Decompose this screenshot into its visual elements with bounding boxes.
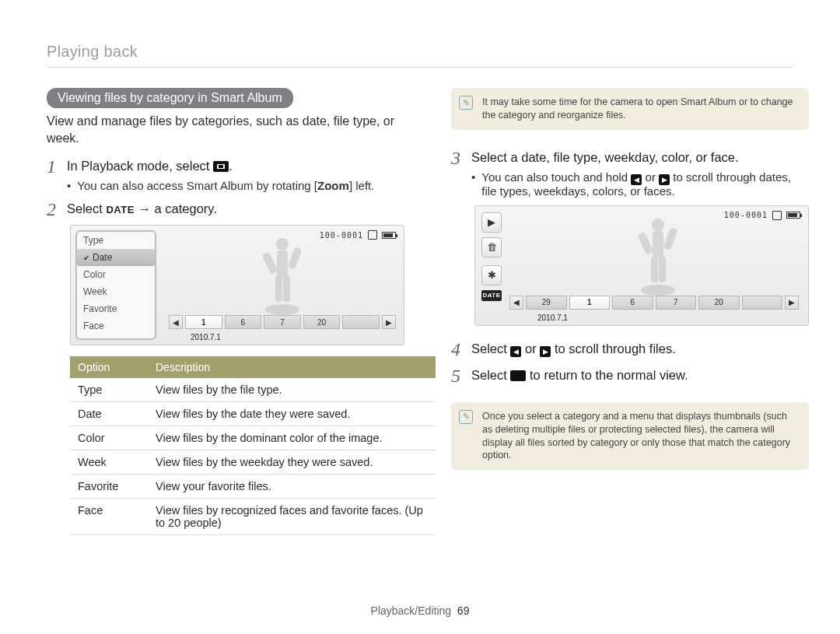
step-text: Select ◀ or ▶ to scroll through files. (471, 340, 676, 357)
text: You can also touch and hold ◀ or ▶ to sc… (481, 170, 809, 198)
text: Select (67, 201, 106, 215)
step-text: Select a date, file type, weekday, color… (471, 149, 739, 166)
step-number: 3 (451, 149, 464, 167)
svg-point-13 (641, 285, 675, 296)
file-counter: 100-0001 (320, 231, 363, 240)
step-5: 5 Select to return to the normal view. (451, 366, 809, 385)
left-arrow-icon: ◀ (631, 174, 642, 185)
step-text: In Playback mode, select . (67, 157, 233, 174)
step-1: 1 In Playback mode, select . (47, 157, 404, 176)
battery-icon (786, 212, 800, 219)
timeline-cell: 7 (656, 296, 697, 310)
timeline-prev-icon: ◀ (169, 315, 183, 329)
text: to return to the normal view. (526, 368, 688, 382)
table-row: WeekView files by the weekday they were … (70, 450, 436, 475)
date-badge-icon: DATE (481, 290, 502, 301)
right-arrow-icon: ▶ (540, 346, 551, 357)
text: Select (471, 368, 510, 382)
section-intro: View and manage files by categories, suc… (47, 113, 404, 146)
menu-item-date: Date (77, 249, 155, 266)
svg-rect-11 (651, 256, 658, 282)
svg-rect-3 (288, 247, 303, 270)
table-row: ColorView files by the dominant color of… (70, 426, 436, 450)
timeline-cell: 20 (698, 296, 740, 310)
timeline-cell: 7 (264, 315, 301, 329)
svg-rect-4 (275, 275, 282, 302)
th-option: Option (70, 356, 148, 378)
timeline: ◀ 29 1 6 7 20 ▶ (509, 296, 799, 310)
page-footer: Playback/Editing 69 (0, 604, 840, 617)
note-box-1: ✎ It may take some time for the camera t… (451, 88, 809, 130)
left-icon-group-bottom: ✱ DATE (481, 265, 502, 301)
step-text: Select DATE → a category. (67, 200, 217, 217)
screenshot-browse: ▶ 🗑 ✱ DATE 100-0001 (474, 205, 809, 326)
svg-rect-12 (659, 256, 666, 282)
timeline-cell: 6 (225, 315, 262, 329)
menu-item-week: Week (77, 283, 155, 300)
card-icon (772, 211, 782, 220)
options-table: Option Description TypeView files by the… (70, 356, 436, 535)
arrow-icon: → (135, 201, 155, 215)
note-text: It may take some time for the camera to … (482, 96, 793, 121)
step-3: 3 Select a date, file type, weekday, col… (451, 149, 809, 167)
card-icon (368, 230, 377, 240)
step-number: 5 (451, 366, 464, 385)
step-1-sub: You can also access Smart Album by rotat… (67, 179, 404, 192)
table-row: FaceView files by recognized faces and f… (70, 499, 436, 535)
svg-point-7 (652, 219, 664, 231)
category-menu: Type Date Color Week Favorite Face (75, 230, 156, 340)
text: or (521, 342, 540, 356)
menu-icon: ✱ (481, 265, 502, 285)
file-counter: 100-0001 (724, 211, 768, 219)
person-silhouette-icon (631, 214, 685, 299)
menu-item-face: Face (77, 317, 155, 335)
step-2: 2 Select DATE → a category. (47, 200, 404, 219)
svg-rect-9 (638, 232, 654, 255)
svg-rect-10 (663, 227, 678, 250)
svg-rect-2 (262, 251, 278, 275)
text: a category. (155, 201, 217, 215)
right-arrow-icon: ▶ (659, 174, 670, 185)
play-icon: ▶ (481, 212, 502, 233)
footer-section: Playback/Editing (371, 604, 452, 617)
menu-item-favorite: Favorite (77, 300, 155, 317)
screenshot-body: 100-0001 (161, 226, 404, 345)
text: In Playback mode, select (67, 159, 213, 173)
timeline: ◀ 1 6 7 20 ▶ (169, 315, 396, 329)
battery-icon (382, 232, 396, 239)
timeline-cell: 20 (303, 315, 341, 329)
person-silhouette-icon (255, 233, 310, 319)
section-pill: Viewing files by category in Smart Album (47, 88, 293, 108)
timeline-prev-icon: ◀ (509, 296, 523, 310)
thumbnail-icon (213, 161, 229, 172)
table-row: DateView files by the date they were sav… (70, 402, 436, 426)
svg-rect-1 (277, 250, 288, 277)
timeline-next-icon: ▶ (785, 296, 799, 310)
svg-point-6 (265, 304, 299, 315)
timeline-cell: 29 (526, 296, 567, 310)
step-number: 4 (451, 340, 464, 359)
svg-point-0 (276, 238, 289, 250)
timeline-next-icon: ▶ (382, 315, 396, 329)
timeline-cell (342, 315, 380, 329)
step-number: 1 (47, 157, 59, 176)
step-4: 4 Select ◀ or ▶ to scroll through files. (451, 340, 809, 359)
left-icon-group-top: ▶ 🗑 (481, 212, 502, 257)
menu-item-color: Color (77, 266, 155, 283)
manual-page: Playing back Viewing files by category i… (0, 0, 840, 634)
trash-icon: 🗑 (481, 237, 502, 257)
step-text: Select to return to the normal view. (471, 366, 688, 384)
table-head-row: Option Description (70, 356, 436, 378)
table-row: FavoriteView your favorite files. (70, 475, 436, 499)
timeline-cell: 1 (185, 315, 222, 329)
timeline-cell: 1 (569, 296, 611, 310)
left-arrow-icon: ◀ (510, 346, 521, 357)
left-column: Viewing files by category in Smart Album… (47, 88, 404, 535)
screenshot-category-menu: Type Date Color Week Favorite Face 100-0… (70, 225, 404, 345)
status-bar: 100-0001 (320, 230, 396, 240)
text: Select (471, 342, 510, 356)
text: . (229, 159, 233, 173)
status-bar: 100-0001 (724, 211, 800, 220)
th-desc: Description (148, 356, 436, 378)
text: to scroll through files. (551, 342, 676, 356)
